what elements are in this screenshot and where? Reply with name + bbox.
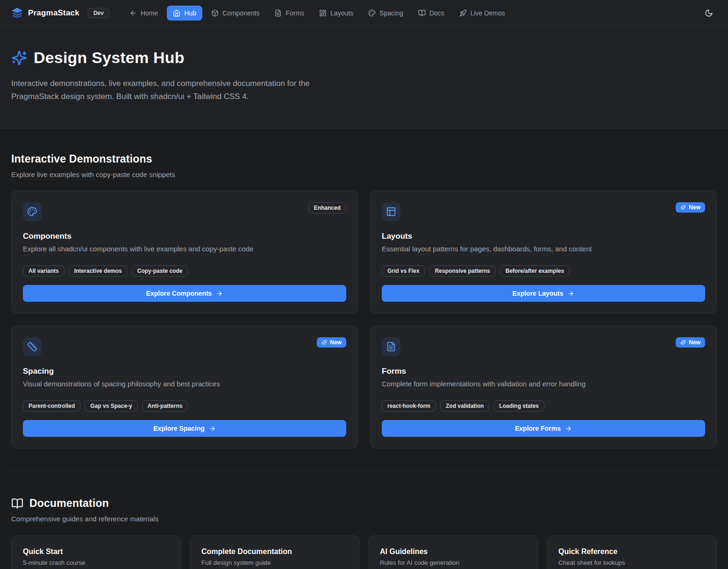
- nav-item-layouts[interactable]: Layouts: [313, 6, 359, 21]
- badge-label: New: [689, 339, 700, 346]
- nav-item-forms[interactable]: Forms: [268, 6, 310, 21]
- sparkles-icon: [680, 205, 686, 210]
- tag: Interactive demos: [69, 265, 128, 277]
- doc-card-ai-guidelines[interactable]: AI Guidelines Rules for AI code generati…: [368, 535, 538, 569]
- brand[interactable]: PragmaStack Dev: [11, 7, 109, 19]
- explore-forms-button[interactable]: Explore Forms: [382, 420, 705, 437]
- arrow-right-icon: [209, 425, 216, 432]
- card-title: Spacing: [23, 367, 346, 376]
- nav-label: Components: [222, 9, 259, 17]
- card-description: Visual demonstrations of spacing philoso…: [23, 380, 346, 388]
- explore-layouts-button[interactable]: Explore Layouts: [382, 285, 705, 302]
- env-badge: Dev: [88, 8, 109, 18]
- badge-label: New: [689, 204, 700, 211]
- tag: Grid vs Flex: [382, 265, 425, 277]
- doc-card-title: Quick Start: [23, 548, 170, 556]
- demo-card-forms: New Forms Complete form implementations …: [370, 326, 717, 448]
- page-description: Interactive demonstrations, live example…: [11, 77, 359, 103]
- docs-section-subtitle: Comprehensive guides and reference mater…: [11, 515, 717, 523]
- theme-toggle-button[interactable]: [701, 5, 717, 21]
- file-text-icon: [382, 337, 400, 356]
- card-description: Complete form implementations with valid…: [382, 380, 705, 388]
- new-badge: New: [676, 202, 705, 213]
- rocket-icon: [459, 9, 467, 17]
- doc-card-title: AI Guidelines: [380, 548, 527, 556]
- tag: Copy-paste code: [132, 265, 188, 277]
- card-title: Forms: [382, 367, 705, 376]
- new-badge: New: [317, 337, 346, 348]
- file-text-icon: [274, 9, 282, 17]
- doc-card-complete-documentation[interactable]: Complete Documentation Full design syste…: [190, 535, 360, 569]
- top-navbar: PragmaStack Dev Home Hub Components Fo: [0, 0, 728, 26]
- book-open-icon: [418, 9, 426, 17]
- layout-dashboard-icon: [319, 9, 327, 17]
- card-title: Layouts: [382, 232, 705, 241]
- demo-card-spacing: New Spacing Visual demonstrations of spa…: [11, 326, 358, 448]
- book-open-icon: [11, 498, 23, 510]
- nav-label: Live Demos: [471, 9, 505, 17]
- docs-section-title: Documentation: [29, 497, 109, 510]
- explore-components-button[interactable]: Explore Components: [23, 285, 346, 302]
- section-divider: [11, 470, 717, 471]
- nav-label: Docs: [429, 9, 444, 17]
- nav-item-spacing[interactable]: Spacing: [362, 6, 409, 21]
- doc-card-quick-start[interactable]: Quick Start 5-minute crash course: [11, 535, 181, 569]
- demos-section-title: Interactive Demonstrations: [11, 153, 717, 165]
- doc-card-subtitle: Full design system guide: [201, 559, 348, 566]
- doc-card-subtitle: Cheat sheet for lookups: [558, 559, 705, 566]
- panels-top-left-icon: [382, 202, 400, 221]
- tag: Before/after examples: [500, 265, 570, 277]
- arrow-left-icon: [129, 9, 137, 17]
- sparkles-icon: [321, 340, 327, 345]
- nav-label: Spacing: [379, 9, 403, 17]
- main-content: Interactive Demonstrations Explore live …: [0, 153, 728, 569]
- main-nav: Home Hub Components Forms Layouts: [123, 6, 511, 21]
- sparkles-icon: [680, 340, 686, 345]
- button-label: Explore Forms: [515, 425, 561, 432]
- demo-card-components: Enhanced Components Explore all shadcn/u…: [11, 191, 358, 313]
- button-label: Explore Components: [146, 290, 212, 297]
- button-label: Explore Spacing: [153, 425, 205, 432]
- tag: Responsive patterns: [429, 265, 496, 277]
- tag: Loading states: [493, 400, 544, 412]
- tag: All variants: [23, 265, 64, 277]
- doc-card-subtitle: Rules for AI code generation: [380, 559, 527, 566]
- card-description: Explore all shadcn/ui components with li…: [23, 245, 346, 253]
- nav-label: Hub: [184, 9, 196, 17]
- doc-card-title: Complete Documentation: [201, 548, 348, 556]
- demo-card-layouts: New Layouts Essential layout patterns fo…: [370, 191, 717, 313]
- demo-card-grid: Enhanced Components Explore all shadcn/u…: [11, 191, 717, 448]
- button-label: Explore Layouts: [513, 290, 564, 297]
- nav-item-home[interactable]: Home: [123, 6, 164, 21]
- card-description: Essential layout patterns for pages, das…: [382, 245, 705, 253]
- docs-card-grid: Quick Start 5-minute crash course Comple…: [11, 535, 717, 569]
- nav-item-hub[interactable]: Hub: [167, 6, 202, 21]
- moon-icon: [705, 9, 713, 17]
- tag: Zod validation: [440, 400, 489, 412]
- nav-item-docs[interactable]: Docs: [412, 6, 450, 21]
- nav-label: Forms: [285, 9, 304, 17]
- nav-label: Layouts: [330, 9, 353, 17]
- demos-section-subtitle: Explore live examples with copy-paste co…: [11, 171, 717, 178]
- hero-section: Design System Hub Interactive demonstrat…: [0, 26, 728, 128]
- page-title: Design System Hub: [34, 49, 185, 67]
- new-badge: New: [676, 337, 705, 348]
- doc-card-subtitle: 5-minute crash course: [23, 559, 170, 566]
- nav-item-live-demos[interactable]: Live Demos: [453, 6, 511, 21]
- card-title: Components: [23, 232, 346, 241]
- brand-name: PragmaStack: [28, 8, 79, 18]
- box-icon: [211, 9, 219, 17]
- doc-card-quick-reference[interactable]: Quick Reference Cheat sheet for lookups: [547, 535, 717, 569]
- palette-icon: [23, 202, 42, 221]
- explore-spacing-button[interactable]: Explore Spacing: [23, 420, 346, 437]
- arrow-right-icon: [216, 290, 223, 297]
- sparkles-icon: [11, 50, 27, 66]
- ruler-icon: [23, 337, 42, 356]
- nav-label: Home: [141, 9, 158, 17]
- palette-icon: [368, 9, 376, 17]
- arrow-right-icon: [567, 290, 574, 297]
- doc-card-title: Quick Reference: [558, 548, 705, 556]
- nav-item-components[interactable]: Components: [205, 6, 265, 21]
- badge-label: New: [330, 339, 342, 346]
- home-icon: [173, 9, 180, 17]
